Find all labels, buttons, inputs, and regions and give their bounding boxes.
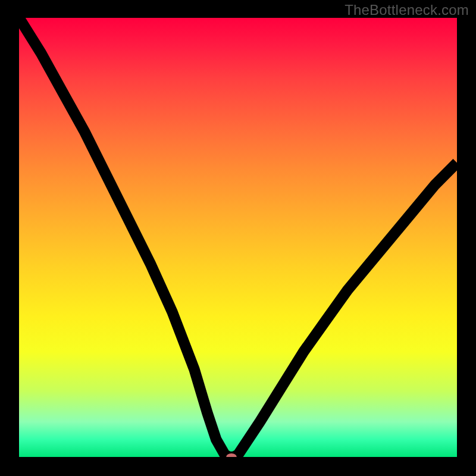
plot-area [19, 18, 457, 457]
bottleneck-curve [19, 18, 457, 457]
watermark-text: TheBottleneck.com [345, 2, 469, 18]
chart-container: TheBottleneck.com [0, 0, 476, 476]
chart-svg [19, 18, 457, 457]
